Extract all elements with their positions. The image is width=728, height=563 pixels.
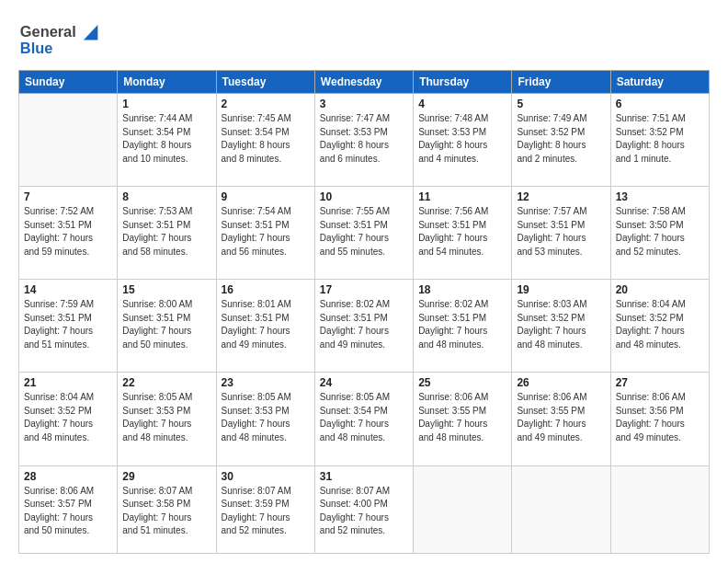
week-row-2: 14Sunrise: 7:59 AMSunset: 3:51 PMDayligh… (19, 280, 710, 373)
day-number: 22 (122, 376, 210, 389)
calendar-cell: 22Sunrise: 8:05 AMSunset: 3:53 PMDayligh… (118, 373, 216, 465)
calendar-cell: 21Sunrise: 8:04 AMSunset: 3:52 PMDayligh… (19, 373, 118, 465)
day-number: 3 (320, 98, 408, 110)
weekday-wednesday: Wednesday (314, 71, 413, 94)
day-detail: Sunrise: 7:53 AMSunset: 3:51 PMDaylight:… (122, 205, 210, 259)
day-detail: Sunrise: 7:52 AMSunset: 3:51 PMDaylight:… (24, 205, 112, 259)
weekday-header-row: SundayMondayTuesdayWednesdayThursdayFrid… (19, 71, 710, 94)
day-detail: Sunrise: 8:06 AMSunset: 3:55 PMDaylight:… (418, 391, 506, 444)
day-detail: Sunrise: 8:00 AMSunset: 3:51 PMDaylight:… (122, 298, 210, 351)
day-detail: Sunrise: 8:05 AMSunset: 3:53 PMDaylight:… (122, 391, 210, 444)
calendar-body: 1Sunrise: 7:44 AMSunset: 3:54 PMDaylight… (19, 94, 710, 554)
svg-text:General: General (20, 23, 76, 40)
day-number: 23 (222, 376, 310, 389)
day-number: 7 (24, 190, 112, 203)
day-detail: Sunrise: 8:06 AMSunset: 3:55 PMDaylight:… (517, 391, 605, 444)
day-number: 12 (517, 190, 605, 203)
calendar-cell: 3Sunrise: 7:47 AMSunset: 3:53 PMDaylight… (314, 94, 413, 187)
day-detail: Sunrise: 7:48 AMSunset: 3:53 PMDaylight:… (418, 112, 506, 166)
day-detail: Sunrise: 8:02 AMSunset: 3:51 PMDaylight:… (320, 298, 408, 351)
week-row-3: 21Sunrise: 8:04 AMSunset: 3:52 PMDayligh… (19, 373, 710, 465)
weekday-saturday: Saturday (610, 71, 709, 94)
day-number: 18 (418, 283, 506, 296)
calendar-cell: 11Sunrise: 7:56 AMSunset: 3:51 PMDayligh… (414, 187, 512, 280)
weekday-friday: Friday (512, 71, 610, 94)
day-detail: Sunrise: 8:06 AMSunset: 3:57 PMDaylight:… (24, 485, 112, 538)
day-detail: Sunrise: 7:58 AMSunset: 3:50 PMDaylight:… (616, 205, 704, 259)
day-detail: Sunrise: 8:04 AMSunset: 3:52 PMDaylight:… (616, 298, 704, 351)
svg-text:Blue: Blue (20, 40, 52, 56)
day-detail: Sunrise: 8:03 AMSunset: 3:52 PMDaylight:… (517, 298, 605, 351)
calendar-cell: 15Sunrise: 8:00 AMSunset: 3:51 PMDayligh… (118, 280, 216, 373)
day-detail: Sunrise: 7:56 AMSunset: 3:51 PMDaylight:… (418, 205, 506, 259)
day-detail: Sunrise: 7:49 AMSunset: 3:52 PMDaylight:… (517, 112, 605, 166)
day-detail: Sunrise: 8:07 AMSunset: 4:00 PMDaylight:… (320, 485, 408, 538)
svg-marker-2 (84, 25, 97, 40)
day-detail: Sunrise: 7:51 AMSunset: 3:52 PMDaylight:… (616, 112, 704, 166)
day-detail: Sunrise: 8:07 AMSunset: 3:59 PMDaylight:… (222, 485, 310, 538)
day-number: 31 (320, 470, 408, 483)
day-number: 10 (320, 190, 408, 203)
calendar-cell: 17Sunrise: 8:02 AMSunset: 3:51 PMDayligh… (314, 280, 413, 373)
logo: General Blue (18, 17, 110, 63)
day-number: 27 (616, 376, 704, 389)
calendar-cell (414, 465, 512, 553)
logo-svg: General Blue (18, 17, 110, 63)
calendar-cell: 28Sunrise: 8:06 AMSunset: 3:57 PMDayligh… (19, 465, 118, 553)
day-detail: Sunrise: 8:05 AMSunset: 3:54 PMDaylight:… (320, 391, 408, 444)
calendar-table: SundayMondayTuesdayWednesdayThursdayFrid… (18, 70, 710, 554)
day-number: 6 (616, 98, 704, 110)
calendar-cell: 27Sunrise: 8:06 AMSunset: 3:56 PMDayligh… (610, 373, 709, 465)
day-number: 16 (222, 283, 310, 296)
day-number: 26 (517, 376, 605, 389)
weekday-monday: Monday (118, 71, 216, 94)
day-number: 5 (517, 98, 605, 110)
day-number: 14 (24, 283, 112, 296)
weekday-sunday: Sunday (19, 71, 118, 94)
calendar-cell: 8Sunrise: 7:53 AMSunset: 3:51 PMDaylight… (118, 187, 216, 280)
calendar-cell (610, 465, 709, 553)
day-detail: Sunrise: 8:04 AMSunset: 3:52 PMDaylight:… (24, 391, 112, 444)
day-detail: Sunrise: 8:02 AMSunset: 3:51 PMDaylight:… (418, 298, 506, 351)
calendar-cell: 5Sunrise: 7:49 AMSunset: 3:52 PMDaylight… (512, 94, 610, 187)
calendar-cell: 20Sunrise: 8:04 AMSunset: 3:52 PMDayligh… (610, 280, 709, 373)
day-number: 4 (418, 98, 506, 110)
day-detail: Sunrise: 7:59 AMSunset: 3:51 PMDaylight:… (24, 298, 112, 351)
day-detail: Sunrise: 7:44 AMSunset: 3:54 PMDaylight:… (122, 112, 210, 166)
day-number: 8 (122, 190, 210, 203)
calendar-cell: 26Sunrise: 8:06 AMSunset: 3:55 PMDayligh… (512, 373, 610, 465)
day-number: 24 (320, 376, 408, 389)
day-number: 25 (418, 376, 506, 389)
day-number: 15 (122, 283, 210, 296)
calendar-cell: 10Sunrise: 7:55 AMSunset: 3:51 PMDayligh… (314, 187, 413, 280)
day-number: 9 (222, 190, 310, 203)
weekday-tuesday: Tuesday (216, 71, 314, 94)
day-number: 2 (222, 98, 310, 110)
day-detail: Sunrise: 7:57 AMSunset: 3:51 PMDaylight:… (517, 205, 605, 259)
day-detail: Sunrise: 7:55 AMSunset: 3:51 PMDaylight:… (320, 205, 408, 259)
calendar-cell: 4Sunrise: 7:48 AMSunset: 3:53 PMDaylight… (414, 94, 512, 187)
day-detail: Sunrise: 8:07 AMSunset: 3:58 PMDaylight:… (122, 485, 210, 538)
calendar-cell: 7Sunrise: 7:52 AMSunset: 3:51 PMDaylight… (19, 187, 118, 280)
calendar-cell: 19Sunrise: 8:03 AMSunset: 3:52 PMDayligh… (512, 280, 610, 373)
calendar-cell: 31Sunrise: 8:07 AMSunset: 4:00 PMDayligh… (314, 465, 413, 553)
calendar-cell: 6Sunrise: 7:51 AMSunset: 3:52 PMDaylight… (610, 94, 709, 187)
calendar-cell: 30Sunrise: 8:07 AMSunset: 3:59 PMDayligh… (216, 465, 314, 553)
calendar-cell: 23Sunrise: 8:05 AMSunset: 3:53 PMDayligh… (216, 373, 314, 465)
day-detail: Sunrise: 7:45 AMSunset: 3:54 PMDaylight:… (222, 112, 310, 166)
calendar-cell: 24Sunrise: 8:05 AMSunset: 3:54 PMDayligh… (314, 373, 413, 465)
calendar-cell: 2Sunrise: 7:45 AMSunset: 3:54 PMDaylight… (216, 94, 314, 187)
day-detail: Sunrise: 8:05 AMSunset: 3:53 PMDaylight:… (222, 391, 310, 444)
day-number: 13 (616, 190, 704, 203)
day-number: 21 (24, 376, 112, 389)
day-number: 11 (418, 190, 506, 203)
week-row-0: 1Sunrise: 7:44 AMSunset: 3:54 PMDaylight… (19, 94, 710, 187)
day-number: 1 (122, 98, 210, 110)
day-detail: Sunrise: 7:54 AMSunset: 3:51 PMDaylight:… (222, 205, 310, 259)
calendar-cell: 14Sunrise: 7:59 AMSunset: 3:51 PMDayligh… (19, 280, 118, 373)
calendar-cell (512, 465, 610, 553)
day-number: 28 (24, 470, 112, 483)
calendar-cell: 25Sunrise: 8:06 AMSunset: 3:55 PMDayligh… (414, 373, 512, 465)
calendar-cell: 18Sunrise: 8:02 AMSunset: 3:51 PMDayligh… (414, 280, 512, 373)
calendar-cell: 9Sunrise: 7:54 AMSunset: 3:51 PMDaylight… (216, 187, 314, 280)
